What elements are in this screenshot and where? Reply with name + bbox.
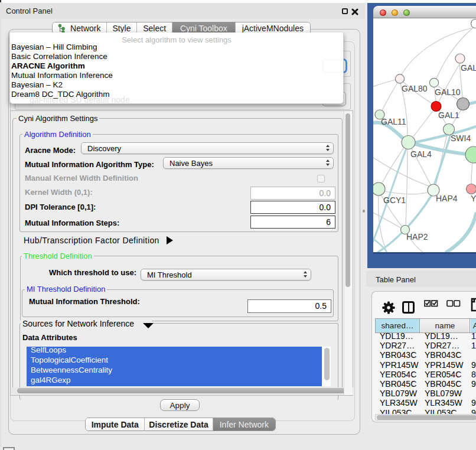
svg-text:GCY1: GCY1 xyxy=(383,195,406,205)
svg-text:HAP4: HAP4 xyxy=(436,194,458,203)
svg-text:GAL4: GAL4 xyxy=(410,149,432,159)
svg-text:GAL1: GAL1 xyxy=(438,110,459,120)
svg-text:SWI4: SWI4 xyxy=(451,133,471,143)
svg-text:GAL10: GAL10 xyxy=(435,87,461,97)
svg-text:GAL11: GAL11 xyxy=(381,117,406,126)
svg-text:Y: Y xyxy=(471,194,476,203)
svg-text:HAP2: HAP2 xyxy=(406,232,428,242)
svg-text:GAL80: GAL80 xyxy=(402,84,428,93)
svg-text:GAL2: GAL2 xyxy=(461,63,476,73)
